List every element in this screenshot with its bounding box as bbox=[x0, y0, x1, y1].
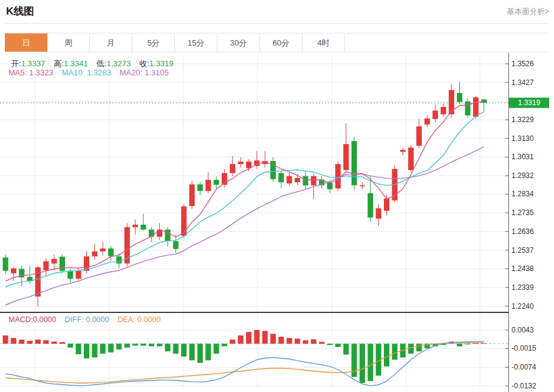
candle-down bbox=[173, 241, 179, 249]
candle-up bbox=[76, 271, 81, 279]
fundamental-analysis-link[interactable]: 基本面分析> bbox=[507, 7, 549, 17]
candle-up bbox=[335, 164, 341, 188]
tab-60min[interactable]: 60分 bbox=[260, 33, 303, 52]
macd-bar-down bbox=[384, 344, 389, 366]
candle-down bbox=[368, 193, 373, 218]
macd-bar-down bbox=[76, 344, 81, 354]
macd-bar-down bbox=[343, 344, 349, 355]
tab-month[interactable]: 月 bbox=[90, 33, 132, 52]
axis-tick-label: -0.0074 bbox=[511, 363, 536, 371]
axis-tick-label: 1.2438 bbox=[511, 264, 534, 273]
candle-up bbox=[416, 126, 422, 146]
axis-tick-label: 1.3526 bbox=[511, 60, 534, 68]
macd-bar-down bbox=[108, 344, 114, 352]
macd-bar-down bbox=[84, 344, 89, 359]
ma10-line bbox=[5, 112, 484, 287]
macd-histogram bbox=[3, 330, 487, 383]
page-title: K线图 bbox=[6, 4, 34, 18]
axis-tick-label: 1.2932 bbox=[511, 171, 534, 180]
macd-bar-up bbox=[254, 330, 259, 344]
candle-down bbox=[214, 180, 219, 185]
axis-tick-label: 1.2339 bbox=[511, 283, 534, 292]
tab-5min[interactable]: 5分 bbox=[132, 33, 175, 52]
kline-chart-canvas[interactable]: 1.35261.34271.32291.31301.30311.29321.28… bbox=[0, 53, 554, 392]
interval-tab-bar: 日周月5分15分30分60分4时 bbox=[5, 33, 549, 52]
axis-tick-label: 1.2240 bbox=[511, 302, 534, 311]
axis-tick-label: 1.3427 bbox=[511, 78, 534, 87]
candle-down bbox=[278, 173, 284, 182]
macd-bar-down bbox=[205, 344, 211, 360]
macd-bar-up bbox=[3, 335, 9, 344]
candle-up bbox=[295, 178, 300, 182]
macd-bar-down bbox=[327, 344, 333, 345]
macd-bar-up bbox=[35, 340, 41, 344]
candle-down bbox=[60, 256, 65, 270]
macd-bar-down bbox=[360, 344, 365, 383]
candle-down bbox=[465, 101, 470, 115]
macd-bar-up bbox=[52, 342, 57, 344]
macd-bar-up bbox=[60, 342, 65, 344]
axis-tick-label: 1.2636 bbox=[511, 227, 534, 236]
macd-bar-down bbox=[116, 344, 121, 349]
candle-down bbox=[3, 258, 9, 271]
macd-bar-down bbox=[190, 344, 195, 360]
candle-up bbox=[92, 252, 97, 256]
macd-bar-down bbox=[416, 344, 422, 352]
tab-week[interactable]: 周 bbox=[47, 33, 90, 52]
candle-down bbox=[116, 256, 121, 264]
candle-down bbox=[481, 100, 487, 103]
macd-bar-up bbox=[303, 340, 308, 344]
macd-bar-down bbox=[67, 344, 73, 348]
axis-tick-label: 1.3229 bbox=[511, 115, 534, 124]
macd-bar-up bbox=[27, 341, 33, 344]
macd-bar-down bbox=[214, 344, 219, 354]
macd-bar-down bbox=[368, 344, 373, 381]
macd-bar-up bbox=[319, 342, 324, 343]
macd-bar-down bbox=[197, 344, 203, 363]
macd-bar-down bbox=[222, 344, 227, 346]
axis-tick-label: -0.0015 bbox=[511, 344, 536, 352]
macd-bar-up bbox=[43, 340, 49, 344]
candle-up bbox=[181, 207, 186, 236]
macd-bar-up bbox=[295, 339, 300, 343]
tab-30min[interactable]: 30分 bbox=[217, 33, 260, 52]
tab-day[interactable]: 日 bbox=[5, 33, 47, 52]
candle-up bbox=[287, 176, 292, 184]
candle-up bbox=[311, 176, 316, 185]
candle-up bbox=[440, 107, 446, 114]
macd-bar-up bbox=[278, 337, 284, 344]
tab-4hour[interactable]: 4时 bbox=[303, 33, 345, 52]
macd-bar-up bbox=[11, 338, 16, 343]
macd-bar-down bbox=[100, 344, 106, 354]
macd-bar-down bbox=[181, 344, 186, 357]
macd-bar-down bbox=[149, 344, 154, 346]
candle-up bbox=[376, 208, 381, 219]
header-divider bbox=[5, 23, 549, 24]
axis-tick-label: 1.2735 bbox=[511, 208, 534, 217]
axis-tick-label: -0.0132 bbox=[511, 382, 536, 390]
macd-bar-down bbox=[465, 344, 470, 345]
axis-tick-label: 0.0043 bbox=[511, 326, 534, 334]
candle-up bbox=[35, 267, 41, 297]
macd-bar-down bbox=[92, 344, 97, 358]
candle-up bbox=[230, 164, 235, 173]
macd-bar-down bbox=[165, 344, 171, 352]
candle-up bbox=[190, 184, 195, 206]
candle-up bbox=[425, 119, 430, 125]
macd-bar-down bbox=[132, 344, 138, 346]
candle-up bbox=[43, 261, 49, 270]
macd-bar-down bbox=[140, 344, 146, 346]
macd-bar-down bbox=[173, 344, 179, 354]
candle-up bbox=[433, 111, 438, 119]
macd-bar-up bbox=[311, 339, 316, 343]
candle-down bbox=[197, 184, 203, 191]
macd-bar-up bbox=[262, 331, 268, 344]
macd-bar-down bbox=[352, 344, 357, 377]
candle-down bbox=[149, 230, 154, 237]
macd-bar-up bbox=[246, 332, 251, 343]
macd-bar-down bbox=[335, 344, 341, 347]
candle-down bbox=[67, 271, 73, 279]
candle-down bbox=[457, 93, 462, 102]
tab-15min[interactable]: 15分 bbox=[175, 33, 217, 52]
axis-tick-label: 1.2537 bbox=[511, 246, 534, 255]
